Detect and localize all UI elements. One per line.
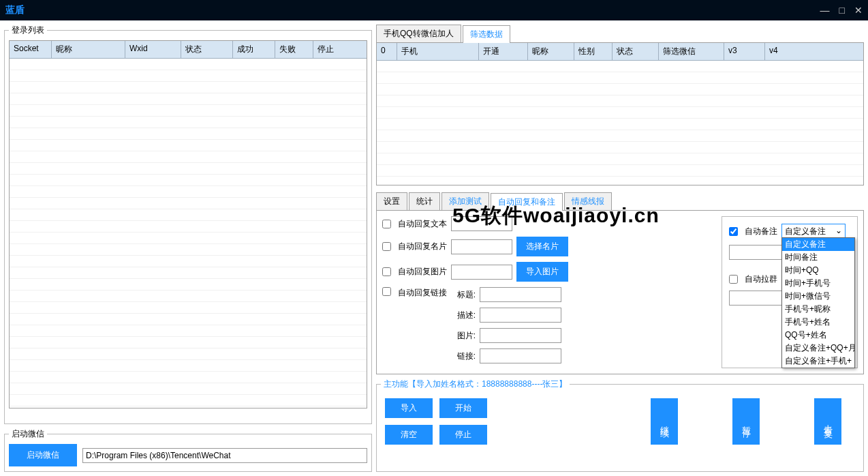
remark-option[interactable]: 自定义备注+QQ+月 <box>782 342 854 355</box>
chk-auto-reply-link[interactable] <box>382 287 391 296</box>
remark-option[interactable]: 时间+QQ <box>782 264 854 277</box>
lbl-link: 链接: <box>451 351 476 362</box>
remark-option[interactable]: 手机号+姓名 <box>782 316 854 329</box>
lbl-pic: 图片: <box>451 330 476 342</box>
btn-pause[interactable]: 暂停 <box>732 398 760 445</box>
col-v3[interactable]: v3 <box>724 43 765 60</box>
btn-choose-card[interactable]: 选择名片 <box>516 237 568 256</box>
tab-filter-data[interactable]: 筛选数据 <box>463 25 510 43</box>
lbl-auto-reply-card: 自动回复名片 <box>398 241 447 252</box>
chk-auto-remark[interactable] <box>729 227 738 236</box>
input-auto-reply-image[interactable] <box>451 265 512 280</box>
btn-stop[interactable]: 停止 <box>439 425 487 445</box>
btn-clear[interactable]: 清空 <box>385 425 433 445</box>
col-status[interactable]: 状态 <box>181 41 233 58</box>
col-fail[interactable]: 失败 <box>275 41 313 58</box>
col-phone[interactable]: 手机 <box>397 43 479 60</box>
close-icon[interactable]: ✕ <box>854 5 863 16</box>
filter-table: 0 手机 开通 昵称 性别 状态 筛选微信 v3 v4 <box>376 42 864 185</box>
col-status2[interactable]: 状态 <box>613 43 659 60</box>
login-list-group: 登录列表 Socket 昵称 Wxid 状态 成功 失败 停止 <box>4 25 372 424</box>
col-nick[interactable]: 昵称 <box>52 41 125 58</box>
chk-auto-reply-text[interactable] <box>382 220 391 228</box>
tab-stats[interactable]: 统计 <box>409 192 440 210</box>
remark-option[interactable]: 手机号+昵称 <box>782 303 854 316</box>
filter-table-header: 0 手机 开通 昵称 性别 状态 筛选微信 v3 v4 <box>377 43 863 61</box>
col-wxid[interactable]: Wxid <box>125 41 181 58</box>
remark-option[interactable]: 自定义备注 <box>782 238 854 251</box>
lbl-auto-reply-text: 自动回复文本 <box>398 218 447 230</box>
start-wechat-group: 启动微信 启动微信 <box>4 428 372 472</box>
col-gender[interactable]: 性别 <box>574 43 613 60</box>
remark-option[interactable]: 时间备注 <box>782 251 854 264</box>
tab-qq-to-wechat[interactable]: 手机QQ转微信加人 <box>376 25 461 42</box>
col-0[interactable]: 0 <box>377 43 397 60</box>
lbl-auto-pull: 自动拉群 <box>745 273 777 285</box>
main-func-legend: 主功能【导入加姓名格式：18888888888----张三】 <box>381 378 570 390</box>
btn-start[interactable]: 开始 <box>439 398 487 418</box>
filter-table-body <box>377 61 863 185</box>
lbl-auto-reply-link: 自动回复链接 <box>398 287 447 299</box>
main-func-group: 主功能【导入加姓名格式：18888888888----张三】 导入 开始 清空 … <box>376 378 864 472</box>
start-wechat-button[interactable]: 启动微信 <box>9 444 77 466</box>
remark-option[interactable]: QQ号+姓名 <box>782 329 854 342</box>
input-auto-reply-text[interactable] <box>451 216 512 231</box>
remark-option[interactable]: 时间+微信号 <box>782 290 854 303</box>
lbl-title: 标题: <box>451 289 476 301</box>
col-open[interactable]: 开通 <box>479 43 528 60</box>
titlebar: 蓝盾 — □ ✕ <box>0 0 868 20</box>
login-table-header: Socket 昵称 Wxid 状态 成功 失败 停止 <box>10 41 367 59</box>
maximize-icon[interactable]: □ <box>839 5 845 16</box>
remark-option[interactable]: 时间+手机号 <box>782 277 854 290</box>
start-wechat-legend: 启动微信 <box>9 428 47 440</box>
login-table-body <box>10 59 367 406</box>
btn-dedup[interactable]: 去重复 <box>814 398 841 445</box>
login-list-legend: 登录列表 <box>9 25 47 36</box>
chk-auto-pull[interactable] <box>729 275 738 284</box>
col-success[interactable]: 成功 <box>233 41 275 58</box>
input-link-desc[interactable] <box>480 308 561 323</box>
lbl-auto-reply-image: 自动回复图片 <box>398 266 447 278</box>
minimize-icon[interactable]: — <box>820 5 830 16</box>
window-controls: — □ ✕ <box>820 5 863 16</box>
chk-auto-reply-card[interactable] <box>382 242 391 251</box>
tab-add-test[interactable]: 添加测试 <box>441 192 489 210</box>
app-title: 蓝盾 <box>5 4 25 16</box>
tab-settings[interactable]: 设置 <box>376 192 407 210</box>
auto-reply-panel: 自动回复文本 自动回复名片 选择名片 自动回复图片 导入图片 自动回复 <box>376 211 864 374</box>
col-nick2[interactable]: 昵称 <box>528 43 574 60</box>
col-v4[interactable]: v4 <box>765 43 863 60</box>
chk-auto-reply-image[interactable] <box>382 267 391 276</box>
col-socket[interactable]: Socket <box>10 41 52 58</box>
btn-import-image[interactable]: 导入图片 <box>516 262 568 282</box>
btn-import[interactable]: 导入 <box>385 398 433 418</box>
remark-options-list: 自定义备注时间备注时间+QQ时间+手机号时间+微信号手机号+昵称手机号+姓名QQ… <box>781 237 855 368</box>
lbl-desc: 描述: <box>451 310 476 321</box>
input-link-title[interactable] <box>480 287 561 302</box>
input-link-url[interactable] <box>480 348 561 363</box>
top-section: 手机QQ转微信加人 筛选数据 0 手机 开通 昵称 性别 状态 筛选微信 v3 … <box>376 25 864 185</box>
lbl-auto-remark: 自动备注 <box>745 226 777 237</box>
remark-dropdown[interactable]: 自定义备注 自定义备注时间备注时间+QQ时间+手机号时间+微信号手机号+昵称手机… <box>781 224 846 239</box>
login-table: Socket 昵称 Wxid 状态 成功 失败 停止 <box>9 40 367 408</box>
tab-auto-reply[interactable]: 自动回复和备注 <box>491 193 563 211</box>
btn-continue[interactable]: 继续 <box>651 398 678 445</box>
input-auto-reply-card[interactable] <box>451 239 512 254</box>
mid-section: 设置 统计 添加测试 自动回复和备注 情感线报 自动回复文本 自动回复名片 选择… <box>376 192 864 374</box>
tab-emotion[interactable]: 情感线报 <box>564 192 612 210</box>
col-stop[interactable]: 停止 <box>313 41 367 58</box>
wechat-path-input[interactable] <box>82 448 367 463</box>
col-filter-wx[interactable]: 筛选微信 <box>659 43 724 60</box>
remark-option[interactable]: 自定义备注+手机+ <box>782 355 854 368</box>
input-link-pic[interactable] <box>480 328 561 343</box>
